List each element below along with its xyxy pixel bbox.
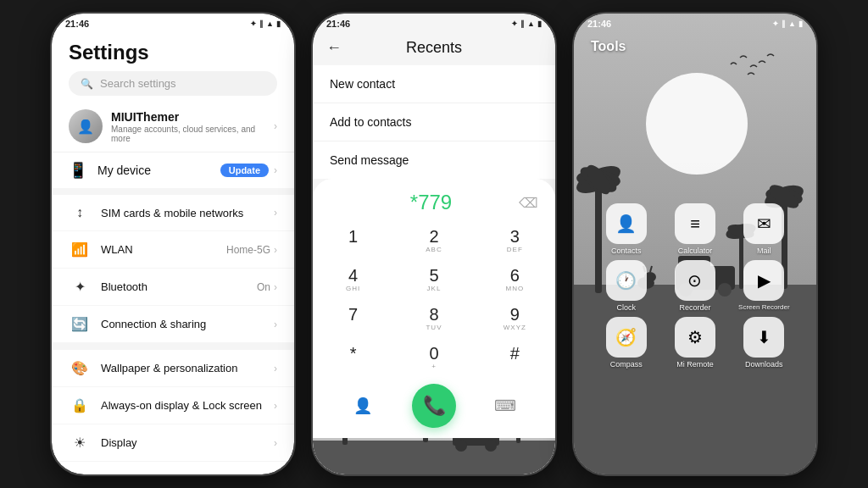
- mail-icon: ✉: [743, 203, 784, 244]
- profile-info: MIUIThemer Manage accounts, cloud servic…: [111, 110, 265, 143]
- dial-num-0: 0: [429, 345, 438, 362]
- screen-recorder-icon: ▶: [743, 260, 784, 301]
- mi-remote-icon: ⚙: [675, 317, 715, 358]
- dial-key-6[interactable]: 6MNO: [475, 260, 555, 299]
- dial-num-7: 7: [348, 306, 358, 323]
- app-mail[interactable]: ✉ Mail: [732, 203, 796, 255]
- apps-row1: 👤 Contacts ≡ Calculator ✉ Mail: [574, 59, 816, 255]
- time-right: 21:46: [587, 19, 611, 29]
- dial-key-star[interactable]: *: [313, 338, 393, 377]
- settings-item-sim[interactable]: ↕ SIM cards & mobile networks ›: [52, 195, 294, 231]
- wlan-label: WLAN: [101, 243, 226, 256]
- dial-key-3[interactable]: 3DEF: [475, 221, 555, 260]
- dial-key-4[interactable]: 4GHI: [313, 260, 393, 299]
- dial-sub-0: +: [431, 363, 437, 370]
- app-screen-recorder[interactable]: ▶ Screen Recorder: [732, 260, 796, 312]
- dial-key-1[interactable]: 1: [313, 221, 393, 260]
- dial-key-9[interactable]: 9WXYZ: [475, 299, 555, 338]
- app-compass[interactable]: 🧭 Compass: [594, 317, 658, 369]
- svg-point-14: [455, 440, 467, 452]
- wp-chevron: ›: [274, 363, 277, 374]
- battery-icon: ▮: [276, 19, 281, 28]
- sim-icon: ↕: [69, 205, 91, 220]
- settings-item-wlan[interactable]: 📶 WLAN Home-5G ›: [52, 231, 294, 269]
- bt-icon-mid: ✦: [511, 19, 518, 28]
- dial-key-2[interactable]: 2ABC: [393, 221, 474, 260]
- sim-chevron: ›: [274, 207, 277, 219]
- sim-label: SIM cards & mobile networks: [101, 207, 274, 219]
- dial-key-hash[interactable]: #: [475, 338, 555, 377]
- app-contacts[interactable]: 👤 Contacts: [594, 203, 658, 255]
- app-mi-remote[interactable]: ⚙ Mi Remote: [663, 317, 726, 369]
- compass-label: Compass: [610, 360, 643, 369]
- status-icons-left: ✦ ∥ ▲ ▮: [250, 19, 281, 28]
- lock-label: Always-on display & Lock screen: [101, 399, 274, 412]
- back-button[interactable]: ←: [326, 39, 342, 57]
- contacts-icon-btn[interactable]: 👤: [346, 389, 380, 423]
- app-name-area: Tools: [574, 34, 816, 59]
- app-clock[interactable]: 🕐 Clock: [594, 260, 658, 312]
- device-label: My device: [97, 164, 220, 177]
- dialer-number: *779: [347, 191, 515, 214]
- clock-label: Clock: [616, 303, 636, 312]
- mi-remote-label: Mi Remote: [676, 360, 714, 369]
- device-icon: 📱: [69, 161, 87, 180]
- dial-num-4: 4: [348, 267, 358, 284]
- settings-item-lockscreen[interactable]: 🔒 Always-on display & Lock screen ›: [52, 387, 294, 424]
- profile-chevron: ›: [274, 120, 277, 132]
- dial-key-8[interactable]: 8TUV: [393, 299, 474, 338]
- lock-icon: 🔒: [69, 397, 91, 413]
- device-row[interactable]: 📱 My device Update ›: [52, 152, 294, 195]
- keypad-icon-btn[interactable]: ⌨: [488, 389, 522, 423]
- dialer-screen: 21:46 ✦ ∥ ▲ ▮ ← Recents New contact Add …: [313, 14, 555, 474]
- recorder-label: Recorder: [679, 303, 710, 312]
- conn-chevron: ›: [274, 319, 277, 330]
- dial-num-1: 1: [348, 228, 358, 245]
- app-calculator[interactable]: ≡ Calculator: [663, 203, 726, 255]
- display-icon: ☀: [69, 435, 91, 451]
- wifi-icon: ▲: [266, 19, 274, 28]
- recents-item-new-contact[interactable]: New contact: [313, 65, 555, 103]
- svg-rect-0: [313, 441, 555, 474]
- dial-sub-star: [352, 363, 354, 370]
- dial-key-5[interactable]: 5JKL: [393, 260, 474, 299]
- delete-button[interactable]: ⌫: [515, 191, 542, 214]
- device-chevron: ›: [274, 164, 277, 176]
- dial-num-8: 8: [429, 306, 438, 323]
- dial-num-2: 2: [429, 228, 438, 245]
- contacts-label: Contacts: [611, 247, 642, 255]
- update-badge[interactable]: Update: [220, 164, 269, 177]
- app-downloads[interactable]: ⬇ Downloads: [732, 317, 796, 369]
- call-button[interactable]: 📞: [412, 384, 456, 428]
- list-divider: [52, 343, 294, 350]
- downloads-icon: ⬇: [743, 317, 784, 358]
- dial-grid: 1 2ABC 3DEF 4GHI 5JKL 6MNO 7 8TUV 9WXYZ …: [313, 221, 555, 377]
- recents-list: New contact Add to contacts Send message: [313, 65, 555, 179]
- signal-icon-mid: ∥: [520, 19, 525, 28]
- settings-item-connection[interactable]: 🔄 Connection & sharing ›: [52, 306, 294, 343]
- battery-icon-mid: ▮: [537, 19, 542, 28]
- connection-label: Connection & sharing: [101, 318, 274, 330]
- settings-item-display[interactable]: ☀ Display ›: [52, 424, 294, 462]
- profile-row[interactable]: 👤 MIUIThemer Manage accounts, cloud serv…: [52, 101, 294, 152]
- clock-icon: 🕐: [606, 260, 647, 301]
- recents-item-add-contact[interactable]: Add to contacts: [313, 103, 555, 141]
- settings-item-wallpaper[interactable]: 🎨 Wallpaper & personalization ›: [52, 350, 294, 387]
- contacts-icon: 👤: [606, 203, 647, 244]
- settings-list: ↕ SIM cards & mobile networks › 📶 WLAN H…: [52, 195, 294, 474]
- dial-key-0[interactable]: 0+: [393, 338, 474, 377]
- app-recorder[interactable]: ⊙ Recorder: [663, 260, 726, 312]
- recents-item-send-message[interactable]: Send message: [313, 141, 555, 179]
- signal-icon-right: ∥: [782, 19, 786, 28]
- settings-item-bluetooth[interactable]: ✦ Bluetooth On ›: [52, 269, 294, 306]
- dial-sub-3: DEF: [507, 246, 523, 253]
- recents-header: ← Recents: [313, 34, 555, 65]
- settings-header: Settings 🔍 Search settings: [52, 34, 294, 101]
- battery-icon-right: ▮: [798, 19, 803, 28]
- search-bar[interactable]: 🔍 Search settings: [69, 71, 277, 96]
- display-chevron: ›: [274, 437, 277, 449]
- dial-key-7[interactable]: 7: [313, 299, 393, 338]
- search-placeholder: Search settings: [100, 77, 176, 90]
- bt-value: On: [257, 281, 270, 293]
- wallpaper-icon: 🎨: [69, 360, 91, 376]
